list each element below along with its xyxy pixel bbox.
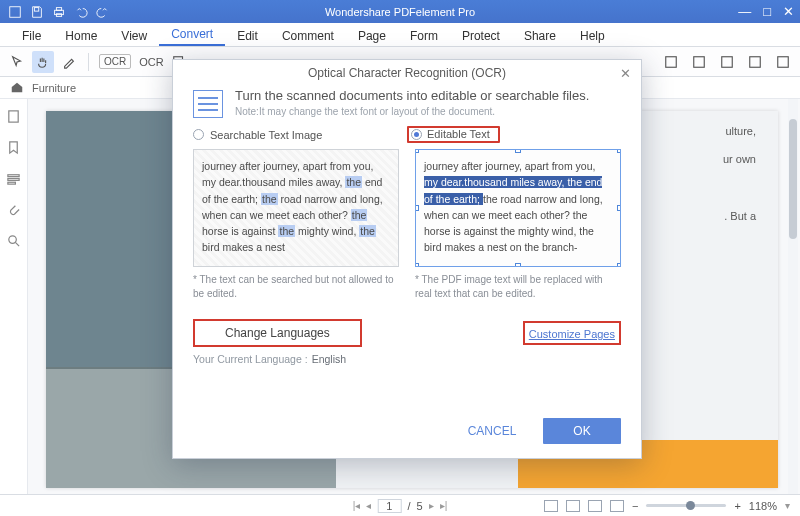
zoom-dropdown-icon[interactable]: ▾ (785, 500, 790, 511)
ocr-dialog: Optical Character Recognition (OCR) ✕ Tu… (172, 59, 642, 459)
last-page-icon[interactable]: ▸| (440, 500, 448, 511)
next-page-icon[interactable]: ▸ (429, 500, 434, 511)
svg-rect-3 (56, 7, 61, 10)
svg-rect-0 (10, 6, 21, 17)
menu-view[interactable]: View (109, 25, 159, 46)
view-doublec-icon[interactable] (610, 500, 624, 512)
export-other-icon[interactable] (772, 51, 794, 73)
svg-point-15 (9, 236, 17, 244)
svg-rect-13 (8, 179, 19, 181)
print-icon[interactable] (52, 5, 66, 19)
ocr-label: OCR (139, 56, 163, 68)
zoom-slider[interactable] (646, 504, 726, 507)
statusbar: |◂ ◂ 1 / 5 ▸ ▸| − + 118% ▾ (0, 494, 800, 516)
ocr-lead-icon (193, 90, 223, 118)
radio-icon (193, 129, 204, 140)
menu-file[interactable]: File (10, 25, 53, 46)
svg-rect-7 (694, 56, 705, 67)
redo-icon[interactable] (96, 5, 110, 19)
app-title: Wondershare PDFelement Pro (325, 6, 475, 18)
view-single-icon[interactable] (544, 500, 558, 512)
edit-tool-icon[interactable] (58, 51, 80, 73)
undo-icon[interactable] (74, 5, 88, 19)
radio-icon (411, 129, 422, 140)
note-editable: * The PDF image text will be replaced wi… (415, 273, 621, 301)
menu-edit[interactable]: Edit (225, 25, 270, 46)
dialog-headline: Turn the scanned documents into editable… (235, 88, 589, 103)
hand-tool-icon[interactable] (32, 51, 54, 73)
menu-home[interactable]: Home (53, 25, 109, 46)
ocr-badge[interactable]: OCR (99, 54, 131, 69)
search-icon[interactable] (6, 233, 21, 252)
menu-share[interactable]: Share (512, 25, 568, 46)
ok-button[interactable]: OK (543, 418, 621, 444)
current-language-label: Your Current Language :English (193, 353, 621, 365)
page-current[interactable]: 1 (377, 499, 401, 513)
menu-help[interactable]: Help (568, 25, 617, 46)
bookmarks-icon[interactable] (6, 140, 21, 159)
breadcrumb-item[interactable]: Furniture (32, 82, 76, 94)
app-icon (8, 5, 22, 19)
option-searchable[interactable]: Searchable Text Image (193, 126, 407, 143)
svg-rect-1 (34, 7, 38, 11)
first-page-icon[interactable]: |◂ (353, 500, 361, 511)
dialog-title: Optical Character Recognition (OCR) (308, 66, 506, 80)
export-excel-icon[interactable] (688, 51, 710, 73)
vertical-scrollbar[interactable] (788, 99, 798, 494)
comments-icon[interactable] (6, 171, 21, 190)
prev-page-icon[interactable]: ◂ (366, 500, 371, 511)
export-word-icon[interactable] (660, 51, 682, 73)
cancel-button[interactable]: CANCEL (453, 418, 531, 444)
svg-rect-11 (9, 111, 18, 122)
zoom-value[interactable]: 118% (749, 500, 777, 512)
menu-page[interactable]: Page (346, 25, 398, 46)
view-continuous-icon[interactable] (566, 500, 580, 512)
svg-rect-14 (8, 182, 16, 184)
svg-rect-6 (666, 56, 677, 67)
export-ppt-icon[interactable] (716, 51, 738, 73)
menu-form[interactable]: Form (398, 25, 450, 46)
svg-rect-10 (778, 56, 789, 67)
home-icon[interactable] (10, 80, 24, 96)
change-languages-button[interactable]: Change Languages (193, 319, 362, 347)
maximize-icon[interactable]: □ (763, 4, 771, 19)
preview-searchable: journey after journey, apart from you, m… (193, 149, 399, 301)
page-total: 5 (417, 500, 423, 512)
menubar: File Home View Convert Edit Comment Page… (0, 23, 800, 47)
customize-pages-link[interactable]: Customize Pages (523, 321, 621, 345)
view-double-icon[interactable] (588, 500, 602, 512)
titlebar: Wondershare PDFelement Pro — □ ✕ (0, 0, 800, 23)
svg-rect-12 (8, 175, 19, 177)
svg-rect-9 (750, 56, 761, 67)
menu-comment[interactable]: Comment (270, 25, 346, 46)
close-icon[interactable]: ✕ (783, 4, 794, 19)
thumbnails-icon[interactable] (6, 109, 21, 128)
note-searchable: * The text can be searched but not allow… (193, 273, 399, 301)
svg-rect-8 (722, 56, 733, 67)
pointer-tool-icon[interactable] (6, 51, 28, 73)
menu-protect[interactable]: Protect (450, 25, 512, 46)
menu-convert[interactable]: Convert (159, 23, 225, 46)
preview-editable: journey after journey, apart from you, m… (415, 149, 621, 301)
save-icon[interactable] (30, 5, 44, 19)
attachments-icon[interactable] (6, 202, 21, 221)
export-image-icon[interactable] (744, 51, 766, 73)
minimize-icon[interactable]: — (738, 4, 751, 19)
dialog-close-icon[interactable]: ✕ (620, 66, 631, 81)
zoom-out-icon[interactable]: − (632, 500, 638, 512)
option-editable[interactable]: Editable Text (407, 126, 621, 143)
dialog-subnote: Note:It may change the text font or layo… (235, 106, 589, 117)
zoom-in-icon[interactable]: + (734, 500, 740, 512)
left-rail (0, 99, 28, 494)
